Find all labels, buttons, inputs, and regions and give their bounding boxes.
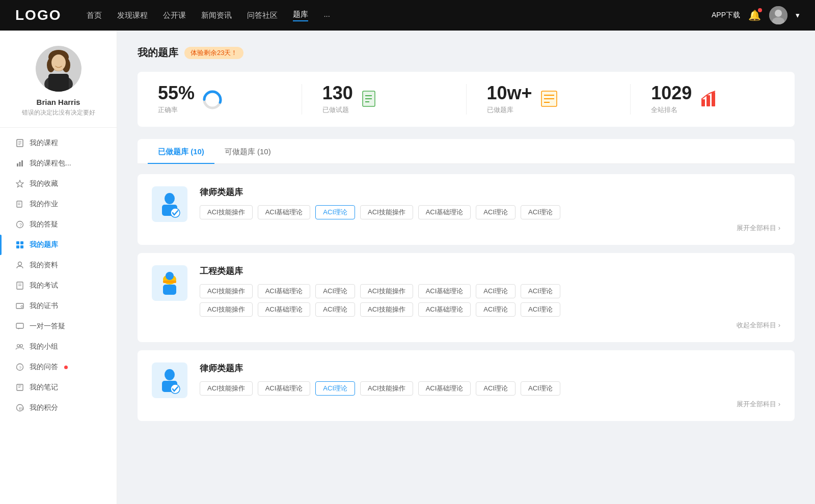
app-download[interactable]: APP下载 <box>712 11 740 20</box>
tag[interactable]: ACI理论 <box>315 302 355 317</box>
tag-row-engineer-1: ACI技能操作 ACI基础理论 ACI理论 ACI技能操作 ACI基础理论 AC… <box>200 284 780 298</box>
expand-link-lawyer-1[interactable]: 展开全部科目 › <box>200 223 780 233</box>
bell-button[interactable]: 🔔 <box>748 9 761 21</box>
stat-accuracy-value: 55% <box>158 84 195 102</box>
nav-qa[interactable]: 问答社区 <box>247 11 278 20</box>
sidebar-item-notes[interactable]: 我的笔记 <box>0 377 117 398</box>
svg-point-36 <box>20 345 23 347</box>
svg-marker-18 <box>16 180 23 187</box>
tag[interactable]: ACI理论 <box>521 302 560 317</box>
svg-rect-24 <box>16 241 19 244</box>
nav-menu: 首页 发现课程 公开课 新闻资讯 问答社区 题库 ··· <box>87 10 712 21</box>
stat-accuracy-label: 正确率 <box>158 105 195 115</box>
tag[interactable]: ACI基础理论 <box>418 302 471 317</box>
sidebar-item-qbank[interactable]: 我的题库 <box>0 235 117 255</box>
svg-rect-27 <box>20 245 23 248</box>
question-circle-icon: ? <box>15 220 24 229</box>
svg-rect-57 <box>707 95 710 106</box>
tag[interactable]: ACI基础理论 <box>258 284 311 298</box>
tag[interactable]: ACI技能操作 <box>200 381 253 396</box>
stat-rank-value: 1029 <box>651 84 692 102</box>
main-content: 我的题库 体验剩余23天！ 55% 正确率 <box>117 31 815 504</box>
tag[interactable]: ACI理论 <box>315 284 355 298</box>
sidebar-item-exam[interactable]: 我的考试 <box>0 275 117 296</box>
tag[interactable]: ACI理论 <box>476 284 515 298</box>
tab-done-banks[interactable]: 已做题库 (10) <box>148 139 214 164</box>
tag[interactable]: ACI理论 <box>476 302 515 317</box>
nav-open-course[interactable]: 公开课 <box>163 11 186 20</box>
tag[interactable]: ACI技能操作 <box>360 205 413 219</box>
nav-news[interactable]: 新闻资讯 <box>201 11 232 20</box>
nav-more[interactable]: ··· <box>323 11 330 20</box>
menu-label: 我的题库 <box>30 240 58 249</box>
navbar-right: APP下载 🔔 ▾ <box>712 6 800 24</box>
list-stat-icon <box>539 89 560 109</box>
tag-row-lawyer-2: ACI技能操作 ACI基础理论 ACI理论 ACI技能操作 ACI基础理论 AC… <box>200 381 780 396</box>
svg-point-59 <box>165 193 175 204</box>
sidebar-item-cert[interactable]: 我的证书 <box>0 296 117 316</box>
tag-selected[interactable]: ACI理论 <box>315 381 355 396</box>
tag[interactable]: ACI理论 <box>476 381 515 396</box>
nav-home[interactable]: 首页 <box>87 11 102 20</box>
avatar <box>36 46 82 92</box>
tag[interactable]: ACI基础理论 <box>258 302 311 317</box>
sidebar-item-points[interactable]: 积分 我的积分 <box>0 398 117 418</box>
doc-stat-icon <box>360 89 381 109</box>
tag[interactable]: ACI技能操作 <box>200 284 253 298</box>
user-dropdown-arrow[interactable]: ▾ <box>796 11 800 20</box>
svg-point-66 <box>165 369 175 380</box>
tag[interactable]: ACI理论 <box>521 284 560 298</box>
tag[interactable]: ACI基础理论 <box>418 284 471 298</box>
sidebar-item-homework[interactable]: 我的作业 <box>0 194 117 214</box>
tab-available-banks[interactable]: 可做题库 (10) <box>214 139 281 164</box>
nav-qbank[interactable]: 题库 <box>293 10 308 21</box>
svg-rect-26 <box>16 245 19 248</box>
svg-rect-15 <box>17 163 18 166</box>
tag[interactable]: ACI技能操作 <box>360 302 413 317</box>
menu-label: 我的课程 <box>30 138 58 148</box>
sidebar-item-course-package[interactable]: 我的课程包... <box>0 153 117 174</box>
stats-row: 55% 正确率 130 已做试题 <box>138 72 795 127</box>
cert-icon <box>15 301 24 311</box>
user-avatar[interactable] <box>769 6 787 24</box>
collapse-link-engineer[interactable]: 收起全部科目 › <box>200 321 780 330</box>
tag[interactable]: ACI技能操作 <box>200 205 253 219</box>
svg-rect-10 <box>48 74 69 92</box>
sidebar: Brian Harris 错误的决定比没有决定要好 我的课程 我的课程包... <box>0 31 117 504</box>
tag-selected[interactable]: ACI理论 <box>315 205 355 219</box>
menu-label: 我的小组 <box>30 342 58 351</box>
sidebar-item-profile[interactable]: 我的资料 <box>0 255 117 275</box>
menu-label: 我的考试 <box>30 281 58 290</box>
stat-banks-text: 10w+ 已做题库 <box>487 84 532 115</box>
nav-courses[interactable]: 发现课程 <box>117 11 148 20</box>
tag[interactable]: ACI理论 <box>521 205 560 219</box>
tag[interactable]: ACI基础理论 <box>258 205 311 219</box>
tag[interactable]: ACI理论 <box>476 205 515 219</box>
tab-bar: 已做题库 (10) 可做题库 (10) <box>138 139 795 164</box>
qbank-card-engineer: 工程类题库 ACI技能操作 ACI基础理论 ACI理论 ACI技能操作 ACI基… <box>138 253 795 342</box>
tag[interactable]: ACI基础理论 <box>418 381 471 396</box>
tag[interactable]: ACI技能操作 <box>200 302 253 317</box>
profile-motto: 错误的决定比没有决定要好 <box>22 108 95 117</box>
expand-link-lawyer-2[interactable]: 展开全部科目 › <box>200 400 780 409</box>
lawyer-icon-1 <box>152 186 187 222</box>
tag[interactable]: ACI基础理论 <box>418 205 471 219</box>
qbank-list: 律师类题库 ACI技能操作 ACI基础理论 ACI理论 ACI技能操作 ACI基… <box>138 174 795 429</box>
sidebar-item-my-qa[interactable]: ? 我的答疑 <box>0 214 117 235</box>
tag[interactable]: ACI基础理论 <box>258 381 311 396</box>
svg-text:积分: 积分 <box>19 407 24 410</box>
tag[interactable]: ACI理论 <box>521 381 560 396</box>
page-title: 我的题库 <box>138 46 178 60</box>
sidebar-item-1on1[interactable]: 一对一答疑 <box>0 316 117 337</box>
sidebar-item-favorites[interactable]: 我的收藏 <box>0 174 117 194</box>
lawyer-icon-2 <box>152 362 187 398</box>
tag[interactable]: ACI技能操作 <box>360 284 413 298</box>
stat-banks-label: 已做题库 <box>487 105 532 115</box>
tag[interactable]: ACI技能操作 <box>360 381 413 396</box>
edit-icon <box>15 200 24 209</box>
sidebar-item-group[interactable]: 我的小组 <box>0 337 117 357</box>
sidebar-menu: 我的课程 我的课程包... 我的收藏 我的作业 <box>0 133 117 418</box>
chart-stat-icon <box>699 89 719 109</box>
sidebar-item-my-courses[interactable]: 我的课程 <box>0 133 117 153</box>
sidebar-item-questions[interactable]: ? 我的问答 <box>0 357 117 377</box>
